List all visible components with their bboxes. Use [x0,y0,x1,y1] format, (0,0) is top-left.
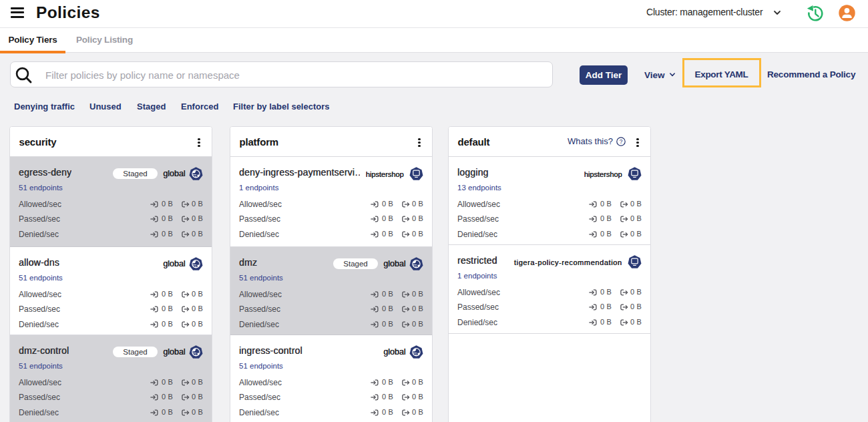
svg-text:?: ? [620,138,623,145]
